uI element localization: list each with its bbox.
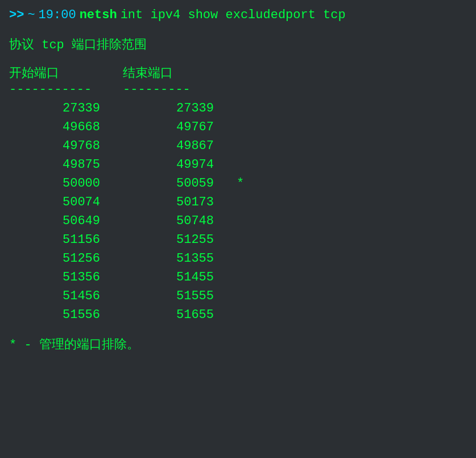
table-row: 2733927339: [9, 99, 467, 118]
prompt-time: 19:00: [39, 8, 76, 22]
table-row: 4966849767: [9, 118, 467, 137]
cell-end-port: 49767: [123, 118, 237, 137]
table-row: 5064950748: [9, 212, 467, 230]
table-divider: ----------- ---------: [9, 82, 467, 97]
cell-end-port: 50173: [123, 193, 237, 212]
table-row: 4976849867: [9, 137, 467, 155]
cell-end-port: 27339: [123, 99, 237, 118]
cell-start-port: 51456: [9, 287, 123, 306]
terminal-window: >> ~ 19:00 netsh int ipv4 show excludedp…: [0, 0, 476, 458]
cell-start-port: 51156: [9, 230, 123, 249]
cell-start-port: 51556: [9, 306, 123, 324]
table-body: 2733927339496684976749768498674987549974…: [9, 99, 467, 324]
cell-end-port: 51355: [123, 249, 237, 268]
cell-end-port: 49867: [123, 137, 237, 155]
table-header: 开始端口 结束端口: [9, 64, 467, 81]
command-args: int ipv4 show excludedport tcp: [121, 8, 346, 22]
table-row: 5125651355: [9, 249, 467, 268]
divider-end: ---------: [123, 82, 237, 97]
port-table: 开始端口 结束端口 ----------- --------- 27339273…: [9, 64, 467, 324]
cell-start-port: 51356: [9, 268, 123, 287]
cell-start-port: 50074: [9, 193, 123, 212]
cell-end-port: 50748: [123, 212, 237, 230]
cell-start-port: 49768: [9, 137, 123, 155]
header-end-port: 结束端口: [123, 64, 237, 81]
divider-start: -----------: [9, 82, 123, 97]
table-row: 5135651455: [9, 268, 467, 287]
prompt-arrows-icon: >>: [9, 8, 24, 22]
cell-start-port: 27339: [9, 99, 123, 118]
command-line: >> ~ 19:00 netsh int ipv4 show excludedp…: [9, 5, 467, 30]
header-start-port: 开始端口: [9, 64, 123, 81]
table-row: 5000050059*: [9, 174, 467, 193]
cell-start-port: 49668: [9, 118, 123, 137]
cell-start-port: 50000: [9, 174, 123, 193]
cell-end-port: 51555: [123, 287, 237, 306]
cell-end-port: 49974: [123, 155, 237, 174]
table-row: 5007450173: [9, 193, 467, 212]
cell-start-port: 50649: [9, 212, 123, 230]
command-netsh: netsh: [80, 8, 117, 22]
table-row: 5145651555: [9, 287, 467, 306]
cell-end-port: 51255: [123, 230, 237, 249]
section-title: 协议 tcp 端口排除范围: [9, 36, 467, 53]
cell-flag: *: [237, 174, 244, 193]
cell-start-port: 51256: [9, 249, 123, 268]
cell-end-port: 50059: [123, 174, 237, 193]
footer-note: * - 管理的端口排除。: [9, 336, 467, 353]
cell-start-port: 49875: [9, 155, 123, 174]
table-row: 5155651655: [9, 306, 467, 324]
prompt-tilde: ~: [27, 8, 35, 22]
table-row: 5115651255: [9, 230, 467, 249]
cell-end-port: 51655: [123, 306, 237, 324]
table-row: 4987549974: [9, 155, 467, 174]
cell-end-port: 51455: [123, 268, 237, 287]
